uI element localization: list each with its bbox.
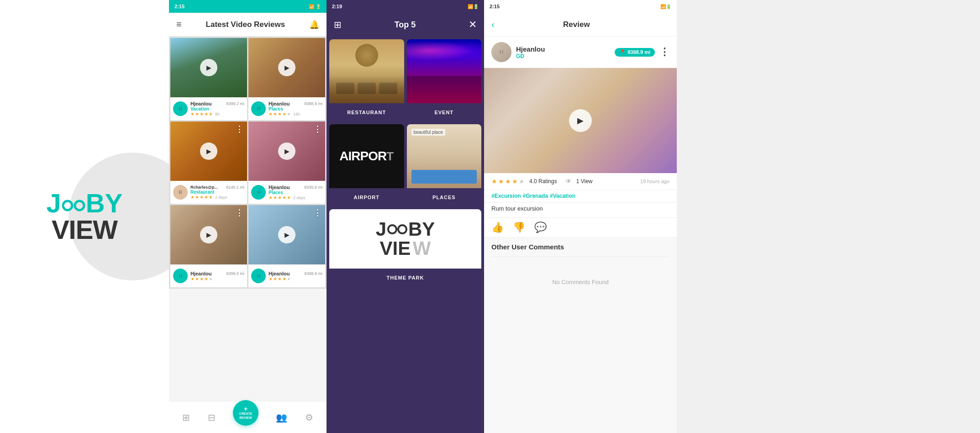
tag-vacation[interactable]: #Vacation — [550, 193, 575, 199]
review-distance-value: 8388.9 mi — [627, 49, 650, 55]
grid-menu-icon[interactable]: ⊞ — [334, 19, 342, 30]
review-stats-row: ★ ★ ★ ★ ★ 4.0 Ratings 👁 1 View 19 hours … — [484, 173, 677, 190]
review-tags: #Excursion #Grenada #Vacation — [484, 190, 677, 202]
video-info-3: R Rcharles@p... 8145.1 mi Restaurant ★ ★… — [170, 181, 247, 204]
screen-review: 2:15 📶🔋 ‹ Review H Hjeanlou GD 📍 8388.9 … — [484, 0, 677, 433]
logo-by-part: BY — [86, 190, 123, 216]
top5-card-themepark[interactable]: J BY VIE W THEME PARK — [329, 209, 481, 287]
people-icon: 👥 — [276, 412, 287, 423]
screen3-title: Review — [563, 20, 590, 29]
video-card-5[interactable]: ⋮ ▶ H Hjeanlou 8399.0 mi ★ ★ ★ ★ ★ — [170, 205, 247, 287]
back-button[interactable]: ‹ — [491, 19, 495, 30]
video-time-2: 19h — [293, 112, 300, 116]
video-info-1: H Hjeanlou 8399.2 mi Vacation ★ ★ ★ ★ ★ … — [170, 97, 247, 120]
video-card-4[interactable]: ⋮ ▶ H Hjeanlou 8335.6 mi Places ★ ★ ★ ★ — [248, 121, 325, 204]
video-card-1[interactable]: ▶ H Hjeanlou 8399.2 mi Vacation ★ ★ ★ ★ … — [170, 38, 247, 120]
battery-icon-2: 📶🔋 — [468, 4, 479, 9]
status-time-2: 2:19 — [332, 4, 342, 9]
review-ratings-text: 4.0 Ratings — [529, 178, 557, 185]
avatar-2: H — [251, 101, 266, 116]
more-icon-3[interactable]: ⋮ — [235, 124, 243, 134]
play-button-2[interactable]: ▶ — [278, 59, 295, 76]
video-card-3[interactable]: ⋮ ▶ R Rcharles@p... 8145.1 mi Restaurant… — [170, 121, 247, 204]
themepark-label: THEME PARK — [329, 269, 481, 287]
svg-point-3 — [398, 225, 406, 233]
play-button-3[interactable]: ▶ — [200, 143, 217, 160]
logo-oo — [61, 190, 86, 216]
layout-icon: ⊟ — [208, 412, 216, 423]
video-username-6: Hjeanlou — [269, 271, 290, 276]
create-review-button[interactable]: + CREATE REVIEW — [233, 400, 258, 426]
play-button-5[interactable]: ▶ — [200, 226, 217, 243]
tag-grenada[interactable]: #Grenada — [523, 193, 548, 199]
status-time-1: 2:15 — [174, 4, 184, 9]
tag-excursion[interactable]: #Excursion — [491, 193, 521, 199]
home-grid-icon: ⊞ — [182, 412, 190, 423]
screen1-header: ≡ Latest Video Reviews 🔔 — [169, 13, 327, 37]
video-grid: ▶ H Hjeanlou 8399.2 mi Vacation ★ ★ ★ ★ … — [169, 37, 327, 289]
top5-card-places[interactable]: beautiful place PLACES — [407, 124, 482, 206]
review-country: GD — [516, 53, 610, 59]
status-bar-1: 2:15 📶 🔋 — [169, 0, 327, 13]
comment-icon[interactable]: 💬 — [534, 222, 547, 233]
logo-container: J BY VIEW — [47, 190, 123, 243]
play-button-6[interactable]: ▶ — [278, 226, 295, 243]
svg-point-2 — [388, 225, 396, 233]
video-distance-6: 8398.9 mi — [304, 271, 322, 276]
logo-view-text: VIEW — [52, 215, 117, 244]
logo-main: J BY — [47, 190, 123, 216]
location-pin-icon: 📍 — [619, 49, 626, 55]
review-user-row: H Hjeanlou GD 📍 8388.9 mi ⋮ — [484, 37, 677, 68]
airport-label: AIRPORT — [329, 188, 404, 206]
more-icon-4[interactable]: ⋮ — [313, 124, 321, 134]
more-icon-5[interactable]: ⋮ — [235, 208, 243, 218]
review-video-thumbnail[interactable]: ▶ — [484, 68, 677, 173]
video-username-2: Hjeanlou — [269, 101, 290, 106]
top5-card-restaurant[interactable]: RESTAURANT — [329, 39, 404, 121]
top5-card-airport[interactable]: AIRPOR T AIRPORT — [329, 124, 404, 206]
logo-j: J — [47, 190, 61, 216]
video-card-6[interactable]: ⋮ ▶ H Hjeanlou 8398.9 mi ★ ★ ★ ★ ★ — [248, 205, 325, 287]
top5-grid: RESTAURANT EVENT AIRPOR T AIRPORT — [327, 37, 484, 290]
nav-people[interactable]: 👥 — [276, 412, 287, 423]
video-card-2[interactable]: ▶ H Hjeanlou 8388.9 mi Places ★ ★ ★ ★ ★ — [248, 38, 325, 120]
review-play-button[interactable]: ▶ — [569, 109, 592, 132]
create-review-label: CREATE REVIEW — [233, 412, 258, 420]
video-thumb-4: ⋮ ▶ — [248, 121, 325, 181]
video-time-3: 2 days — [215, 195, 227, 200]
review-avatar: H — [491, 42, 511, 62]
thumbs-up-icon[interactable]: 👍 — [491, 222, 504, 233]
review-more-options-icon[interactable]: ⋮ — [659, 46, 669, 58]
restaurant-label: RESTAURANT — [329, 103, 404, 121]
thumbs-down-icon[interactable]: 👎 — [513, 222, 525, 233]
avatar-4: H — [251, 185, 266, 200]
avatar-6: H — [251, 269, 266, 283]
nav-settings[interactable]: ⚙ — [305, 412, 313, 423]
comments-section: Other User Comments No Comments Found — [484, 238, 677, 309]
screen3-header: ‹ Review — [484, 13, 677, 37]
more-icon-6[interactable]: ⋮ — [313, 208, 321, 218]
video-username-3: Rcharles@p... — [190, 185, 218, 190]
close-button[interactable]: ✕ — [469, 19, 477, 31]
notification-bell-icon[interactable]: 🔔 — [309, 20, 319, 30]
review-username: Hjeanlou — [516, 45, 610, 53]
svg-point-1 — [75, 201, 84, 210]
video-info-5: H Hjeanlou 8399.0 mi ★ ★ ★ ★ ★ — [170, 264, 247, 287]
review-stars: ★ ★ ★ ★ ★ — [491, 178, 525, 185]
play-button-1[interactable]: ▶ — [200, 59, 217, 76]
video-thumb-5: ⋮ ▶ — [170, 205, 247, 264]
top5-card-event[interactable]: EVENT — [407, 39, 482, 121]
video-thumb-6: ⋮ ▶ — [248, 205, 325, 264]
avatar-3: R — [173, 185, 188, 200]
review-time-ago: 19 hours ago — [640, 179, 669, 184]
nav-home[interactable]: ⊞ — [182, 412, 190, 423]
video-category-2: Places — [269, 106, 322, 111]
logo-view-row: VIEW — [47, 216, 123, 243]
video-meta-2: Hjeanlou 8388.9 mi Places ★ ★ ★ ★ ★ 19h — [269, 101, 322, 116]
play-button-4[interactable]: ▶ — [278, 143, 295, 160]
nav-layout[interactable]: ⊟ — [208, 412, 216, 423]
video-info-4: H Hjeanlou 8335.6 mi Places ★ ★ ★ ★ ★ 2 … — [248, 181, 325, 204]
hamburger-icon[interactable]: ≡ — [176, 19, 182, 30]
screen-top5: 2:19 📶🔋 ⊞ Top 5 ✕ RESTAURANT — [327, 0, 484, 433]
status-icons-2: 📶🔋 — [468, 4, 479, 9]
